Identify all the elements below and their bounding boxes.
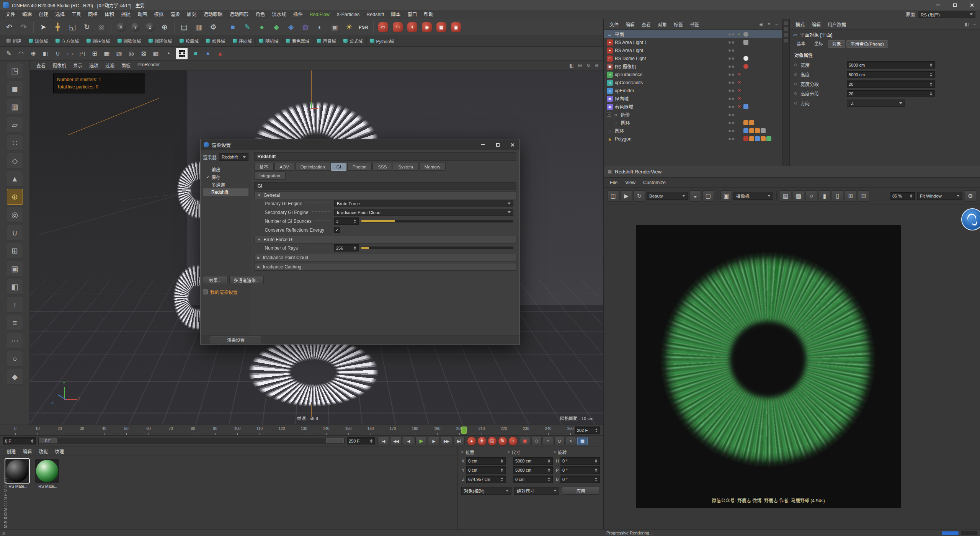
menu-item[interactable]: 运动图形 bbox=[226, 10, 252, 19]
lock-y-axis-button[interactable]: Y bbox=[129, 20, 142, 34]
alert-tool-icon[interactable]: ▲ bbox=[214, 48, 226, 59]
om-menu-item[interactable]: 文件 bbox=[606, 21, 622, 28]
orange-tag[interactable] bbox=[743, 120, 748, 125]
object-row[interactable]: ▱平面✓ bbox=[604, 30, 782, 38]
normals-icon[interactable]: ↑ bbox=[7, 297, 23, 313]
om-filter-icon[interactable]: ≡ bbox=[766, 21, 772, 28]
am-menu-item[interactable]: 用户数据 bbox=[824, 21, 849, 28]
lock-x-axis-button[interactable]: X bbox=[114, 20, 128, 34]
vp-layout-icon[interactable]: ⊞ bbox=[577, 62, 583, 69]
convert-editable-icon[interactable]: ◳ bbox=[7, 63, 23, 79]
light-button[interactable]: ☀ bbox=[342, 20, 356, 34]
menu-item[interactable]: Redshift bbox=[363, 10, 387, 19]
menu-item[interactable]: 运动跟踪 bbox=[200, 10, 226, 19]
field-palette-item[interactable]: 线性域 bbox=[203, 37, 229, 45]
visibility-dots[interactable] bbox=[728, 74, 734, 76]
hatch-tool-icon[interactable]: ▧ bbox=[113, 48, 125, 59]
points-mode-icon[interactable]: ∷ bbox=[7, 135, 23, 151]
maximize-button[interactable] bbox=[946, 0, 963, 10]
field-palette-item[interactable]: 胶囊域 bbox=[176, 37, 203, 45]
visibility-dots[interactable] bbox=[728, 98, 734, 100]
my-render-setting-item[interactable]: 我的渲染设置 bbox=[203, 289, 238, 295]
render-settings-footer-tab[interactable]: 渲染设置 bbox=[211, 336, 261, 343]
snap-icon[interactable]: ∪ bbox=[7, 225, 23, 241]
solo-button[interactable]: ▦ bbox=[577, 437, 588, 445]
redchip-tag[interactable] bbox=[743, 136, 748, 141]
layers-icon[interactable]: ≡ bbox=[7, 315, 23, 331]
orange-tag[interactable] bbox=[761, 136, 766, 141]
menu-item[interactable]: 创建 bbox=[35, 10, 52, 19]
rv-compare-a-icon[interactable]: ▮ bbox=[819, 190, 830, 202]
rs-portal-light-icon[interactable]: ▦ bbox=[434, 20, 448, 34]
menu-item[interactable]: 流水线 bbox=[268, 10, 290, 19]
visibility-dots[interactable] bbox=[728, 138, 734, 140]
goto-start-button[interactable]: |◀ bbox=[377, 437, 389, 445]
viewport-menu-item[interactable]: ProRender bbox=[134, 62, 163, 69]
texture-axis-icon[interactable]: ◧ bbox=[7, 279, 23, 295]
material-menu-item[interactable]: 编辑 bbox=[19, 448, 35, 454]
rotation-b-field[interactable]: 0 ° bbox=[560, 476, 600, 483]
field-palette-item[interactable]: 圆环体域 bbox=[145, 37, 176, 45]
om-menu-item[interactable]: 书签 bbox=[686, 21, 702, 28]
visibility-dots[interactable] bbox=[728, 90, 734, 92]
object-row[interactable]: ●RS Area Light 1 bbox=[604, 38, 782, 46]
blue-tag[interactable] bbox=[743, 104, 748, 109]
record-position-button[interactable]: ╋ bbox=[477, 436, 487, 446]
render-settings-button[interactable]: ⚙ bbox=[206, 20, 220, 34]
render-settings-tab[interactable]: GI bbox=[331, 163, 346, 171]
orange-tag[interactable] bbox=[749, 128, 754, 133]
misc-tool-icon[interactable]: ◆ bbox=[7, 369, 23, 385]
grid-tool-icon[interactable]: ▦ bbox=[101, 48, 113, 59]
enable-toggle[interactable]: ✕ bbox=[737, 72, 742, 77]
menu-item[interactable]: 动画 bbox=[134, 10, 150, 19]
target-tool-icon[interactable]: ◎ bbox=[126, 48, 137, 59]
solo-mode-icon[interactable]: ◎ bbox=[7, 207, 23, 223]
deformer-button[interactable]: ◈ bbox=[284, 20, 298, 34]
gray-tag[interactable] bbox=[761, 128, 766, 133]
undo-icon[interactable]: ↶ bbox=[2, 20, 16, 34]
field-palette-item[interactable]: 随机域 bbox=[256, 37, 283, 45]
visibility-dots[interactable] bbox=[728, 33, 734, 36]
field-palette-item[interactable]: 圆锥体域 bbox=[114, 37, 145, 45]
dialog-minimize-button[interactable] bbox=[476, 139, 490, 150]
menu-item[interactable]: 体积 bbox=[101, 10, 118, 19]
rv-refresh-icon[interactable]: ↻ bbox=[634, 190, 645, 202]
keyframe-dot[interactable] bbox=[794, 83, 797, 85]
vp-sync-icon[interactable]: ↻ bbox=[585, 62, 592, 69]
field-palette-item[interactable]: 径向域 bbox=[229, 37, 256, 45]
dock-tab-strip[interactable] bbox=[782, 19, 790, 166]
render-view-button[interactable]: ▤ bbox=[177, 20, 191, 34]
om-menu-item[interactable]: 编辑 bbox=[622, 21, 638, 28]
rotate-tool-icon[interactable]: ↻ bbox=[80, 20, 94, 34]
marker-button[interactable]: ○ bbox=[543, 437, 553, 445]
keyframe-dot[interactable] bbox=[794, 92, 797, 95]
model-mode-icon[interactable]: ◼ bbox=[7, 81, 23, 97]
magnet-tool-icon[interactable]: ∪ bbox=[52, 48, 64, 59]
gray-tag[interactable] bbox=[743, 40, 748, 45]
rs-dome-light-icon[interactable]: ◠ bbox=[391, 20, 405, 34]
pen-tool-icon[interactable]: ✎ bbox=[3, 48, 15, 59]
redo-icon[interactable]: ↷ bbox=[17, 20, 31, 34]
material-thumbnail[interactable] bbox=[5, 459, 29, 483]
viewport-menu-item[interactable]: 过滤 bbox=[102, 62, 118, 69]
record-keyframe-button[interactable]: ● bbox=[467, 436, 476, 446]
close-button[interactable] bbox=[963, 0, 980, 10]
enable-toggle[interactable]: ✕ bbox=[737, 88, 742, 93]
effects-button[interactable]: 效果... bbox=[203, 276, 227, 284]
menu-item[interactable]: 脚本 bbox=[387, 10, 404, 19]
primary-gi-engine-dropdown[interactable]: Brute Force bbox=[334, 200, 513, 207]
viewport-menu-item[interactable]: 选项 bbox=[86, 62, 102, 69]
next-frame-button[interactable]: ▶ bbox=[428, 437, 439, 445]
fit-mode-dropdown[interactable]: Fit Window bbox=[917, 192, 962, 200]
am-menu-item[interactable]: 模式 bbox=[792, 21, 808, 28]
object-row[interactable]: ▲Polygon bbox=[604, 135, 782, 143]
menu-item[interactable]: 雕刻 bbox=[183, 10, 200, 19]
menu-item[interactable]: X-Particles bbox=[333, 10, 363, 19]
rv-region-icon[interactable]: ▢ bbox=[702, 190, 714, 202]
rv-clear-icon[interactable]: ⊟ bbox=[858, 190, 869, 202]
number-of-rays-field[interactable]: 256 bbox=[334, 244, 359, 252]
zoom-level-field[interactable]: 85 % bbox=[890, 192, 915, 200]
enable-toggle[interactable]: ✕ bbox=[737, 80, 742, 85]
preview-range-slider[interactable]: 0 F bbox=[38, 438, 345, 444]
field-palette-item[interactable]: 圆柱体域 bbox=[83, 37, 114, 45]
